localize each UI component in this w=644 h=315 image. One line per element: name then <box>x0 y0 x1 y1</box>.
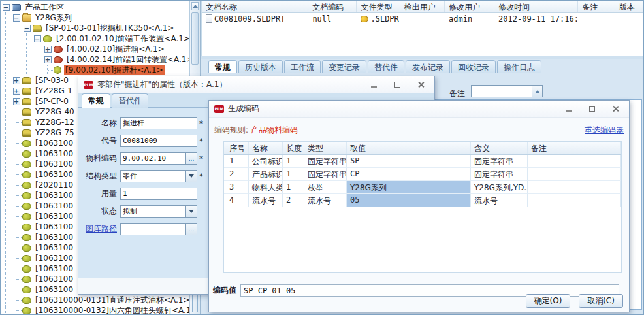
field-input[interactable] <box>121 135 197 146</box>
tab-5[interactable]: 发布记录 <box>406 60 450 73</box>
expand-icon[interactable]: + <box>13 98 20 105</box>
field-input[interactable] <box>121 118 197 129</box>
code-table-row[interactable]: 1公司标识1固定字符串SP固定字符串 <box>224 155 621 168</box>
tab-4[interactable]: 替代件 <box>368 60 404 73</box>
maximize-button[interactable] <box>389 79 406 91</box>
tree-item[interactable]: +[4.00.02.14]前端1回转装置<A.1> <box>1 54 190 65</box>
field-input[interactable] <box>121 153 185 164</box>
dialog-titlebar[interactable]: PLM 零部件"掘进杆"的属性（版本：A.1） <box>78 76 434 93</box>
plm-logo-icon: PLM <box>214 105 224 113</box>
field-input[interactable] <box>121 224 185 235</box>
code-table-column-header[interactable]: 备注 <box>528 142 621 154</box>
tab-6[interactable]: 回收记录 <box>451 60 496 73</box>
code-table-cell: 1 <box>224 155 249 168</box>
tree-item[interactable]: [106310000-0132]内六角圆柱头螺钉<A.1> <box>1 305 190 315</box>
part-green-icon <box>43 35 52 42</box>
doc-column-header[interactable]: 文档编码 <box>308 1 357 12</box>
doc-column-header[interactable]: 检出用户 <box>400 1 445 12</box>
doc-column-header[interactable]: 文档名称 <box>202 1 308 12</box>
tree-item[interactable]: −[2.00.01.02.10]前端工作装置<A.1> <box>1 33 190 44</box>
part-red-icon <box>54 46 63 53</box>
doc-column-header[interactable]: 备注 <box>578 1 615 12</box>
scrollbar-up-icon[interactable] <box>191 2 199 10</box>
scrollbar-grip[interactable] <box>192 295 199 312</box>
field-input[interactable] <box>121 171 185 182</box>
code-table-cell[interactable]: CP <box>347 168 471 181</box>
tree-item[interactable]: −Y28G系列 <box>1 12 190 23</box>
tree-item[interactable]: [106310000-0131]直通压注式油杯<A.1> <box>1 295 190 305</box>
part-green-icon <box>22 140 31 147</box>
collapse-icon[interactable]: − <box>3 4 10 11</box>
code-table-column-header[interactable]: 取值 <box>347 142 471 154</box>
code-table-column-header[interactable]: 长度 <box>283 142 304 154</box>
doc-column-header[interactable]: 文件类型 <box>357 1 400 12</box>
minimize-button[interactable] <box>365 79 382 91</box>
tree-expander-cell: − <box>1 2 11 12</box>
tree-item[interactable]: −产品工作区 <box>1 2 190 12</box>
code-table-cell[interactable]: 05 <box>347 194 471 207</box>
collapse-icon[interactable]: − <box>24 25 31 32</box>
field-label: 名称 <box>81 118 117 129</box>
tree-item-label: [2020110 <box>34 180 74 190</box>
workspace-icon <box>12 4 21 11</box>
close-button[interactable] <box>607 103 624 115</box>
tab-0[interactable]: 常规 <box>208 60 237 73</box>
dropdown-button[interactable] <box>185 206 197 217</box>
expand-icon[interactable]: + <box>44 56 52 63</box>
tree-item[interactable]: −[SP-01-03-01]挖掘机TK350<A.1> <box>1 23 190 33</box>
code-table-row[interactable]: 4流水号2流水号05流水号 <box>224 194 621 207</box>
code-table-column-header[interactable]: 含义 <box>471 142 528 154</box>
code-table-cell[interactable]: Y28G系列 <box>347 181 471 194</box>
field-input[interactable] <box>121 206 185 217</box>
dropdown-button[interactable] <box>185 171 197 182</box>
remark-combobox[interactable] <box>471 85 543 97</box>
code-table-cell: 流水号 <box>249 194 283 207</box>
part-green-icon <box>22 286 31 293</box>
field-input-wrap: ... <box>120 152 197 165</box>
code-table-cell <box>528 155 621 168</box>
part-green-icon <box>22 171 31 178</box>
code-table-row[interactable]: 2产品标识1固定字符串CP固定字符串 <box>224 168 621 181</box>
scrollbar-thumb[interactable] <box>191 12 199 65</box>
dialog-titlebar[interactable]: PLM 生成编码 <box>209 101 629 118</box>
maximize-icon <box>394 82 400 88</box>
field-input[interactable] <box>121 188 197 199</box>
collapse-icon[interactable]: − <box>34 35 41 42</box>
document-row[interactable]: C0081009.SLDPRTnull.SLDPRTadmin2012-09-1… <box>202 13 644 24</box>
ok-button[interactable]: 确定(O) <box>526 294 570 308</box>
tab-3[interactable]: 变更记录 <box>322 60 366 73</box>
properties-tab-1[interactable]: 替代件 <box>112 93 148 108</box>
code-table-row[interactable]: 3物料大类1枚举Y28G系列Y28G系列,YD... <box>224 181 621 194</box>
expand-icon[interactable]: + <box>44 46 52 53</box>
maximize-button[interactable] <box>583 103 600 115</box>
code-table-column-header[interactable]: 名称 <box>249 142 283 154</box>
tree-item[interactable]: [9.00.02.10]掘进杆<A.1> <box>1 65 190 75</box>
part-green-icon <box>22 192 31 199</box>
dialog-buttons: 确定(O) 取消(C) <box>526 294 623 308</box>
doc-column-header[interactable]: 修改时间 <box>494 1 578 12</box>
cancel-button[interactable]: 取消(C) <box>579 294 623 308</box>
remark-spinner-button[interactable] <box>532 86 542 97</box>
properties-tab-0[interactable]: 常规 <box>82 93 110 108</box>
tab-1[interactable]: 历史版本 <box>238 60 283 73</box>
tab-7[interactable]: 操作日志 <box>497 60 541 73</box>
close-button[interactable] <box>412 79 429 91</box>
browse-button[interactable]: ... <box>185 224 197 235</box>
expand-icon[interactable]: + <box>13 88 20 95</box>
browse-button[interactable]: ... <box>185 153 197 164</box>
expand-icon[interactable]: + <box>13 77 20 84</box>
collapse-icon[interactable]: − <box>13 14 20 22</box>
doc-column-header[interactable]: 修改用户 <box>445 1 494 12</box>
minimize-button[interactable] <box>560 103 577 115</box>
horizontal-splitter[interactable] <box>201 56 644 59</box>
tree-item[interactable]: +[4.00.02.10]掘进箱<A.1> <box>1 44 190 54</box>
code-table-cell[interactable]: SP <box>347 155 471 168</box>
field-label[interactable]: 图库路径 <box>81 224 117 235</box>
tab-2[interactable]: 工作流 <box>284 60 321 73</box>
reselect-encoder-link[interactable]: 重选编码器 <box>585 125 624 136</box>
code-table-column-header[interactable]: 类型 <box>304 142 347 154</box>
doc-column-header[interactable]: 版本 <box>615 1 644 12</box>
remark-input[interactable] <box>472 86 532 97</box>
code-table-column-header[interactable]: 序号 <box>224 142 249 154</box>
maximize-icon <box>589 106 595 112</box>
